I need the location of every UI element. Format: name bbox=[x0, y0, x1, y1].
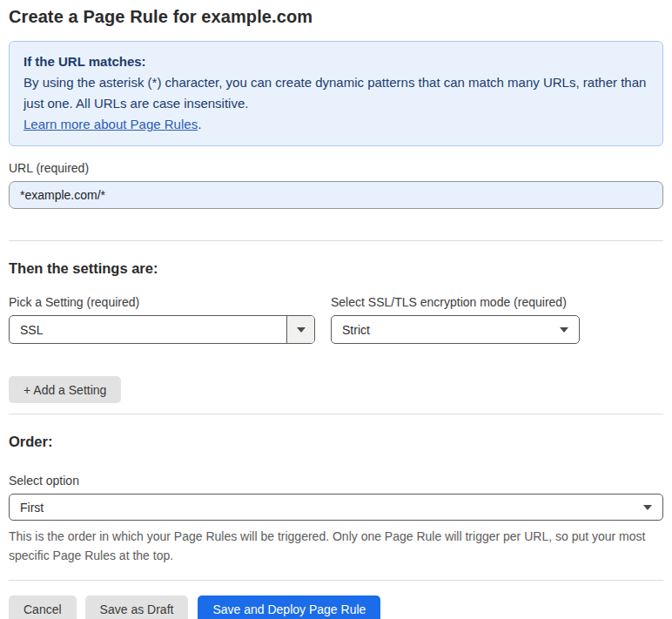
section-divider bbox=[9, 240, 663, 241]
pick-setting-value: SSL bbox=[10, 323, 286, 337]
caret-down-icon bbox=[560, 327, 568, 333]
ssl-mode-column: Select SSL/TLS encryption mode (required… bbox=[331, 295, 580, 344]
url-input[interactable] bbox=[9, 181, 663, 209]
learn-more-link[interactable]: Learn more about Page Rules bbox=[24, 117, 198, 131]
pick-setting-arrow-cell[interactable] bbox=[286, 316, 314, 343]
section-divider bbox=[9, 414, 663, 414]
ssl-mode-value: Strict bbox=[332, 323, 560, 337]
pick-setting-column: Pick a Setting (required) SSL bbox=[9, 295, 315, 344]
save-as-draft-button[interactable]: Save as Draft bbox=[85, 595, 189, 619]
info-box-link-line: Learn more about Page Rules. bbox=[24, 114, 648, 135]
link-suffix: . bbox=[198, 117, 201, 131]
add-setting-button[interactable]: + Add a Setting bbox=[9, 376, 121, 403]
order-section-heading: Order: bbox=[9, 434, 663, 450]
save-and-deploy-button[interactable]: Save and Deploy Page Rule bbox=[198, 595, 380, 619]
order-select-value: First bbox=[10, 501, 643, 515]
order-select-label: Select option bbox=[9, 474, 663, 488]
page-title: Create a Page Rule for example.com bbox=[9, 7, 663, 27]
info-box-body: By using the asterisk (*) character, you… bbox=[24, 72, 648, 114]
pick-setting-label: Pick a Setting (required) bbox=[9, 295, 315, 309]
settings-section-heading: Then the settings are: bbox=[9, 260, 663, 277]
settings-row: Pick a Setting (required) SSL Select SSL… bbox=[9, 295, 663, 344]
footer-buttons: Cancel Save as Draft Save and Deploy Pag… bbox=[9, 595, 663, 619]
url-match-info-box: If the URL matches: By using the asteris… bbox=[9, 41, 663, 146]
order-select[interactable]: First bbox=[9, 494, 663, 521]
caret-down-icon bbox=[643, 505, 652, 510]
ssl-mode-select[interactable]: Strict bbox=[331, 315, 580, 344]
pick-setting-select[interactable]: SSL bbox=[9, 315, 315, 344]
create-page-rule-form: Create a Page Rule for example.com If th… bbox=[0, 0, 672, 619]
cancel-button[interactable]: Cancel bbox=[9, 595, 77, 619]
info-box-heading: If the URL matches: bbox=[24, 51, 648, 72]
url-field-label: URL (required) bbox=[9, 161, 663, 175]
caret-down-icon bbox=[297, 327, 306, 333]
section-divider bbox=[9, 580, 663, 581]
order-help-text: This is the order in which your Page Rul… bbox=[9, 527, 663, 565]
ssl-mode-label: Select SSL/TLS encryption mode (required… bbox=[331, 295, 580, 309]
